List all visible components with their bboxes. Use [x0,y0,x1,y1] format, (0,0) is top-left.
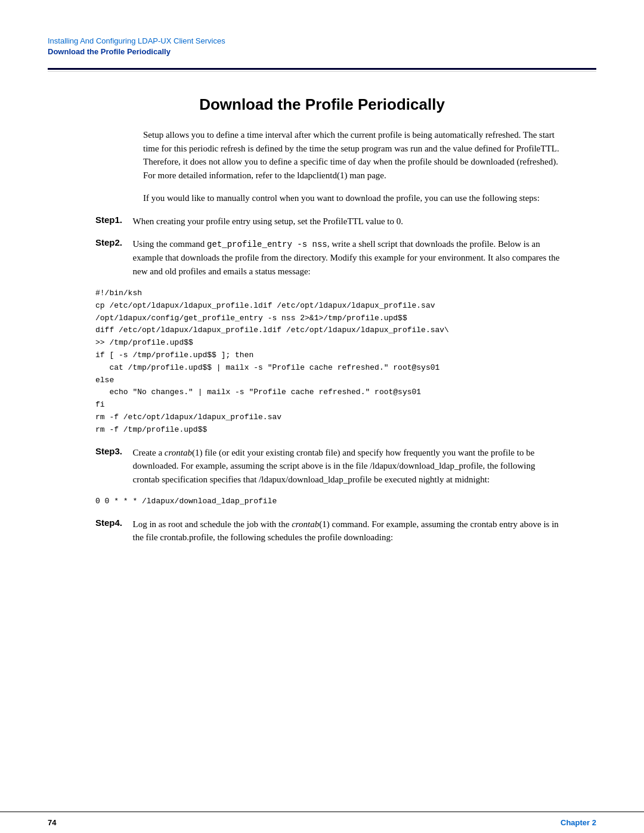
step-label-1: Step [48,215,115,228]
intro-paragraph-1: Setup allows you to define a time interv… [143,128,561,182]
header-rule-thick [48,68,596,70]
step-3-text-before: Create a [133,448,165,457]
step-content-3: Create a crontab(1) file (or edit your e… [133,446,561,487]
step-content-2: Using the command get_profile_entry -s n… [133,237,561,278]
step-content-1: When creating your profile entry using s… [133,215,561,228]
intro-paragraph-2: If you would like to manually control wh… [143,191,561,205]
step-number-4: 4. [115,518,133,544]
content-area: Download the Profile Periodically Setup … [0,72,644,812]
footer: 74 Chapter 2 [0,812,644,833]
step-number-1: 1. [115,215,133,228]
breadcrumb-link[interactable]: Installing And Configuring LDAP-UX Clien… [48,36,225,45]
step-label-3: Step [48,446,115,487]
breadcrumb-current: Download the Profile Periodically [48,47,596,56]
footer-page-number: 74 [48,818,56,827]
code-block-2: 0 0 * * * /ldapux/download_ldap_profile [95,496,549,508]
step-4-text-before: Log in as root and schedule the job with… [133,519,292,529]
page-container: Installing And Configuring LDAP-UX Clien… [0,0,644,833]
step-4-italic: crontab [292,519,319,529]
code-block-1: #!/bin/ksh cp /etc/opt/ldapux/ldapux_pro… [95,287,549,436]
step-label-2: Step [48,237,115,278]
step-2-command: get_profile_entry -s nss [207,240,327,249]
step-3-text-after: (1) file (or edit your existing crontab … [133,448,535,484]
step-1: Step 1. When creating your profile entry… [48,215,561,228]
page-title: Download the Profile Periodically [48,95,596,114]
step-2-text-before: Using the command [133,239,208,249]
step-2: Step 2. Using the command get_profile_en… [48,237,561,278]
header-area: Installing And Configuring LDAP-UX Clien… [0,0,644,68]
step-content-4: Log in as root and schedule the job with… [133,518,561,544]
footer-chapter-label: Chapter 2 [561,818,596,827]
step-number-2: 2. [115,237,133,278]
step-3-italic: crontab [165,448,192,457]
step-label-4: Step [48,518,115,544]
step-3: Step 3. Create a crontab(1) file (or edi… [48,446,561,487]
step-number-3: 3. [115,446,133,487]
step-4: Step 4. Log in as root and schedule the … [48,518,561,544]
